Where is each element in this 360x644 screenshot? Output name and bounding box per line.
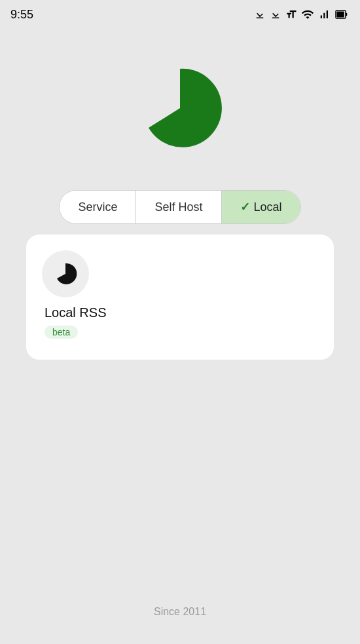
- service-icon-wrapper: [42, 250, 89, 297]
- status-icons: [254, 8, 350, 21]
- status-time: 9:55: [10, 8, 33, 22]
- tab-selfhost-label: Self Host: [154, 200, 202, 214]
- check-icon: ✓: [240, 200, 250, 214]
- footer: Since 2011: [0, 606, 360, 618]
- footer-text: Since 2011: [154, 606, 206, 617]
- signal-icon: [318, 9, 330, 20]
- status-bar: 9:55: [0, 0, 360, 26]
- tab-selfhost[interactable]: Self Host: [136, 191, 221, 223]
- tab-bar-container: Service Self Host ✓ Local: [0, 190, 360, 224]
- wifi-icon: [301, 8, 314, 21]
- beta-badge: beta: [45, 326, 78, 339]
- font-icon: [285, 9, 297, 20]
- content-card: Local RSS beta: [26, 235, 334, 360]
- app-logo: [137, 66, 223, 151]
- service-logo-icon: [52, 260, 79, 288]
- tab-service[interactable]: Service: [60, 191, 136, 223]
- battery-icon: [334, 9, 350, 20]
- service-name: Local RSS: [45, 305, 107, 320]
- service-item[interactable]: Local RSS beta: [42, 250, 318, 339]
- svg-rect-2: [337, 12, 344, 18]
- tab-local-label: Local: [254, 200, 282, 214]
- svg-rect-1: [346, 13, 347, 16]
- tab-bar: Service Self Host ✓ Local: [59, 190, 300, 224]
- logo-area: [0, 66, 360, 151]
- download2-icon: [270, 9, 281, 20]
- tab-service-label: Service: [78, 200, 117, 214]
- download-icon: [254, 9, 266, 20]
- tab-local[interactable]: ✓ Local: [222, 191, 300, 223]
